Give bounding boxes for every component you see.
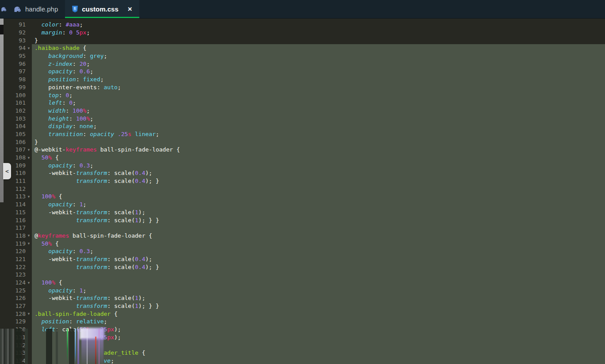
code-text[interactable]: left: calc(50% - 25px); (32, 326, 605, 334)
code-text[interactable]: background: grey; (32, 52, 605, 60)
code-text[interactable]: transition: opacity .25s linear; (32, 130, 605, 138)
fold-toggle-icon[interactable]: ▾ (26, 311, 32, 316)
code-line[interactable]: 91 color: #aaa; (4, 21, 605, 29)
tab-custom-css[interactable]: custom.css × (65, 0, 139, 18)
code-line[interactable]: 133 ader_title { (4, 349, 605, 357)
line-number[interactable]: 123 (4, 271, 32, 278)
code-line[interactable]: 111 transform: scale(0.4); } (4, 177, 605, 185)
code-text[interactable]: position: relative; (32, 318, 605, 326)
code-line[interactable]: 105 transition: opacity .25s linear; (4, 130, 605, 138)
code-line[interactable]: 120 opacity: 0.3; (4, 247, 605, 255)
line-number[interactable]: 116 (4, 217, 32, 224)
line-number[interactable]: 94▾ (4, 45, 32, 51)
code-line[interactable]: 123 (4, 271, 605, 279)
line-number[interactable]: 131 (4, 334, 32, 341)
code-text[interactable]: @keyframes ball-spin-fade-loader { (32, 232, 605, 240)
code-text[interactable]: 50% { (32, 239, 605, 247)
code-text[interactable]: opacity: 1; (32, 286, 605, 294)
code-text[interactable]: @-webkit-keyframes ball-spin-fade-loader… (32, 146, 605, 154)
line-number[interactable]: 96 (4, 61, 32, 67)
line-number[interactable]: 118▾ (4, 232, 32, 239)
code-line[interactable]: 124▾ 100% { (4, 279, 605, 287)
code-text[interactable]: opacity: 0.3; (32, 247, 605, 255)
line-number[interactable]: 134 (4, 357, 32, 364)
line-number[interactable]: 92 (4, 29, 32, 36)
code-text[interactable]: opacity: 0.6; (32, 68, 605, 76)
code-line[interactable]: 113▾ 100% { (4, 193, 605, 201)
code-line[interactable]: 114 opacity: 1; (4, 201, 605, 209)
line-number[interactable]: 117 (4, 224, 32, 231)
code-text[interactable]: } (32, 36, 605, 44)
code-text[interactable]: transform: scale(1); } } (32, 216, 605, 224)
code-line[interactable]: 94▾.haibao-shade { (4, 44, 605, 52)
code-text[interactable]: display: none; (32, 122, 605, 130)
code-line[interactable]: 128▾.ball-spin-fade-loader { (4, 310, 605, 318)
code-line[interactable]: 115 -webkit-transform: scale(1); (4, 209, 605, 216)
code-line[interactable]: 107▾@-webkit-keyframes ball-spin-fade-lo… (4, 146, 605, 154)
code-line[interactable]: 112 (4, 185, 605, 193)
code-text[interactable]: 25px); (32, 334, 605, 341)
line-number[interactable]: 105 (4, 131, 32, 137)
code-text[interactable]: ve; (32, 357, 605, 364)
code-line[interactable]: 101 left: 0; (4, 99, 605, 107)
code-line[interactable]: 103 height: 100%; (4, 114, 605, 122)
code-text[interactable] (32, 224, 605, 232)
line-number[interactable]: 127 (4, 303, 32, 309)
code-text[interactable]: height: 100%; (32, 114, 605, 122)
code-line[interactable]: 97 opacity: 0.6; (4, 68, 605, 76)
code-line[interactable]: 130 left: calc(50% - 25px); (4, 326, 605, 334)
code-line[interactable]: 106} (4, 138, 605, 146)
code-text[interactable]: opacity: 0.3; (32, 161, 605, 169)
line-number[interactable]: 93 (4, 37, 32, 44)
code-line[interactable]: 92 margin: 0 5px; (4, 29, 605, 37)
fold-toggle-icon[interactable]: ▾ (26, 241, 32, 246)
sidebar-collapse-handle[interactable]: < (3, 163, 11, 179)
code-text[interactable]: -webkit-transform: scale(1); (32, 294, 605, 302)
code-line[interactable]: 109 opacity: 0.3; (4, 161, 605, 169)
code-line[interactable]: 118▾@keyframes ball-spin-fade-loader { (4, 232, 605, 240)
close-tab-icon[interactable]: × (128, 5, 132, 13)
line-number[interactable]: 119▾ (4, 240, 32, 247)
fold-toggle-icon[interactable]: ▾ (26, 281, 32, 285)
line-number[interactable]: 99 (4, 84, 32, 91)
line-number[interactable]: 97 (4, 68, 32, 75)
code-text[interactable]: z-index: 20; (32, 60, 605, 68)
code-text[interactable]: opacity: 1; (32, 201, 605, 209)
code-line[interactable]: 126 -webkit-transform: scale(1); (4, 294, 605, 302)
line-number[interactable]: 108▾ (4, 154, 32, 161)
fold-toggle-icon[interactable]: ▾ (26, 155, 32, 160)
code-line[interactable]: 102 width: 100%; (4, 107, 605, 115)
code-line[interactable]: 125 opacity: 1; (4, 286, 605, 294)
code-text[interactable]: 100% { (32, 193, 605, 201)
code-line[interactable]: 108▾ 50% { (4, 154, 605, 162)
fold-toggle-icon[interactable]: ▾ (26, 148, 32, 152)
code-line[interactable]: 96 z-index: 20; (4, 60, 605, 68)
code-text[interactable] (32, 271, 605, 279)
code-text[interactable]: -webkit-transform: scale(0.4); (32, 169, 605, 177)
line-number[interactable]: 132 (4, 342, 32, 349)
code-text[interactable]: -webkit-transform: scale(0.4); (32, 255, 605, 263)
code-line[interactable]: 93} (4, 36, 605, 44)
line-number[interactable]: 102 (4, 107, 32, 114)
code-text[interactable]: position: fixed; (32, 76, 605, 83)
code-line[interactable]: 100 top: 0; (4, 91, 605, 99)
code-text[interactable]: .haibao-shade { (32, 44, 605, 52)
code-text[interactable]: } (32, 138, 605, 146)
code-text[interactable] (32, 185, 605, 193)
line-number[interactable]: 103 (4, 115, 32, 122)
code-text[interactable]: -webkit-transform: scale(1); (32, 209, 605, 216)
line-number[interactable]: 104 (4, 123, 32, 129)
line-number[interactable]: 133 (4, 349, 32, 356)
code-text[interactable]: .ball-spin-fade-loader { (32, 310, 605, 318)
line-number[interactable]: 113▾ (4, 193, 32, 200)
code-line[interactable]: 127 transform: scale(1); } } (4, 302, 605, 310)
line-number[interactable]: 115 (4, 209, 32, 216)
line-number[interactable]: 128▾ (4, 311, 32, 317)
code-line[interactable]: 132 (4, 341, 605, 349)
code-text[interactable]: 100% { (32, 279, 605, 287)
line-number[interactable]: 112 (4, 186, 32, 192)
code-line[interactable]: 95 background: grey; (4, 52, 605, 60)
code-line[interactable]: 121 -webkit-transform: scale(0.4); (4, 255, 605, 263)
code-text[interactable]: color: #aaa; (32, 21, 605, 29)
code-text[interactable]: left: 0; (32, 99, 605, 107)
